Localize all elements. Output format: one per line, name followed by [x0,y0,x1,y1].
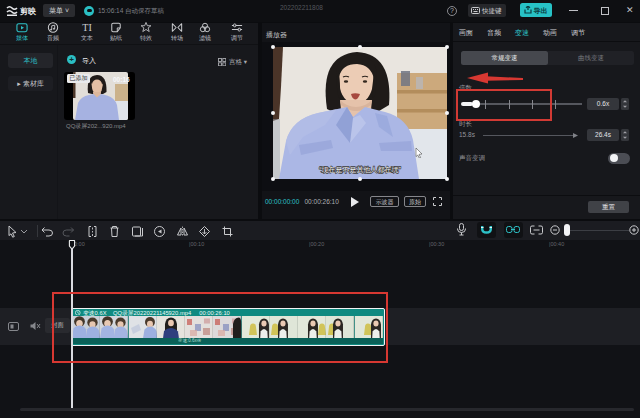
svg-text:“现在是不是其他人都在玩”: “现在是不是其他人都在玩” [319,166,401,174]
svg-text:TI: TI [82,22,92,33]
